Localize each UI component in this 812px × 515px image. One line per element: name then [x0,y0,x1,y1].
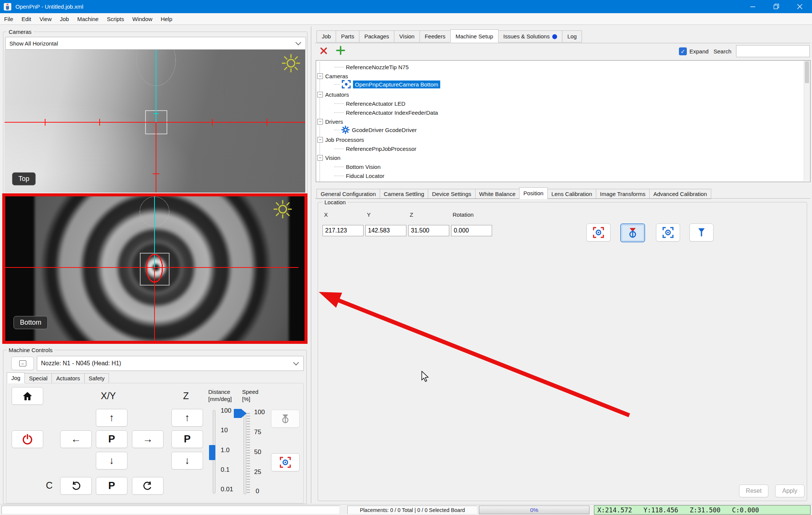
tab-feeders[interactable]: Feeders [420,30,451,43]
speed-slider-track[interactable] [244,412,246,494]
tree-scrollbar[interactable] [804,61,810,181]
camera-target-icon [280,457,291,468]
capture-camera-location-button[interactable] [586,223,611,242]
reset-button[interactable]: Reset [739,485,768,497]
tree-item-fiducal-locator[interactable]: Fiducal Locator [334,171,385,180]
delete-item-button[interactable] [318,45,329,56]
position-c-button[interactable]: P [96,477,127,495]
subtab-general-configuration[interactable]: General Configuration [317,189,380,199]
collapse-node-icon[interactable]: − [317,73,323,79]
tree-item-actuator-led[interactable]: ReferenceActuator LED [334,99,405,108]
location-z-input[interactable] [408,225,449,236]
arrow-right-icon: → [143,434,153,444]
nozzle-selector[interactable]: Nozzle: N1 - N045 (Head: H1) [37,356,304,371]
jog-c-cw-button[interactable] [132,477,164,495]
tree-item-vision[interactable]: −Vision [316,153,341,162]
menu-machine[interactable]: Machine [73,16,103,22]
collapse-node-icon[interactable]: − [317,92,323,97]
distance-slider-handle[interactable] [209,445,215,460]
subtab-advanced-calibration[interactable]: Advanced Calibration [649,189,711,199]
menu-window[interactable]: Window [128,16,156,22]
tree-item-actuator-indexfeeder[interactable]: ReferenceActuator IndexFeederData [334,108,438,117]
jog-z-minus-button[interactable]: ↓ [171,452,203,469]
expand-checkbox[interactable]: ✓ [679,47,687,55]
bottom-camera-view[interactable]: Bottom [2,193,308,344]
menu-job[interactable]: Job [56,16,73,22]
menu-help[interactable]: Help [156,16,176,22]
menu-scripts[interactable]: Scripts [103,16,128,22]
location-x-input[interactable] [323,225,364,236]
tab-log[interactable]: Log [562,30,582,43]
reset-button-label: Reset [746,488,762,494]
subtab-image-transforms[interactable]: Image Transforms [596,189,650,199]
tab-job[interactable]: Job [317,30,336,43]
home-button[interactable] [12,387,43,405]
apply-button[interactable]: Apply [775,485,804,497]
subtab-position[interactable]: Position [519,187,547,199]
menu-file[interactable]: File [0,16,17,22]
menu-view[interactable]: View [35,16,56,22]
tab-vision[interactable]: Vision [394,30,420,43]
tab-safety[interactable]: Safety [84,373,109,383]
main-tabs: Job Parts Packages Vision Feeders Machin… [317,29,582,43]
collapse-controls-button[interactable]: – [11,357,34,370]
panel-splitter[interactable] [311,26,311,503]
collapse-node-icon[interactable]: − [317,155,323,161]
tree-item-label: Vision [325,155,341,161]
tab-jog[interactable]: Jog [7,372,25,383]
tree-item-pnp-job-processor[interactable]: ReferencePnpJobProcessor [334,144,417,153]
close-button[interactable] [788,0,812,13]
tree-item-actuators[interactable]: −Actuators [316,90,349,99]
tree-item-nozzletip[interactable]: ReferenceNozzleTip N75 [334,62,409,71]
subtab-device-settings[interactable]: Device Settings [428,189,475,199]
jog-z-plus-button[interactable]: ↑ [171,409,203,427]
camera-view-selector[interactable]: Show All Horizontal [5,37,306,50]
subtab-camera-settling[interactable]: Camera Settling [380,189,429,199]
park-nozzle-button[interactable] [271,410,300,428]
jog-y-plus-button[interactable]: ↑ [96,409,127,427]
collapse-node-icon[interactable]: − [317,137,323,143]
tab-parts[interactable]: Parts [336,30,359,43]
position-nozzle-button[interactable] [689,223,714,242]
top-camera-view[interactable]: Top [5,50,305,193]
tree-item-gcodedriver[interactable]: GcodeDriver GcodeDriver [334,125,417,134]
location-rotation-input[interactable] [451,225,492,236]
tab-packages[interactable]: Packages [359,30,394,43]
brightness-sun-icon[interactable] [273,199,292,219]
collapse-node-icon[interactable]: − [317,119,323,125]
menu-edit[interactable]: Edit [17,16,35,22]
power-button[interactable] [12,430,43,448]
jog-x-plus-button[interactable]: → [132,430,164,448]
search-input[interactable] [736,45,810,57]
p-label: P [184,434,191,444]
tree-scrollbar-thumb[interactable] [805,61,809,83]
minimize-button[interactable] [741,0,765,13]
add-item-button[interactable] [335,44,347,56]
restore-button[interactable] [765,0,788,13]
distance-tick-10: 10 [221,427,228,434]
tree-item-capture-camera-bottom[interactable]: OpenPnpCaptureCamera Bottom [334,80,440,89]
tree-item-bottom-vision[interactable]: Bottom Vision [334,162,380,171]
tree-item-cameras[interactable]: −Cameras [316,71,348,81]
tab-machine-setup[interactable]: Machine Setup [450,29,498,43]
brightness-sun-icon[interactable] [281,53,301,73]
move-camera-here-button[interactable] [271,453,300,471]
x-field-label: X [324,211,328,218]
tab-row-divider [315,43,810,43]
position-xy-button[interactable]: P [96,430,127,448]
machine-setup-tree[interactable]: ReferenceNozzleTip N75 −Cameras OpenPnpC… [316,60,810,182]
capture-nozzle-location-button[interactable] [620,223,645,242]
subtab-white-balance[interactable]: White Balance [475,189,520,199]
tree-item-drivers[interactable]: −Drivers [316,117,343,126]
tab-special[interactable]: Special [24,373,52,383]
tab-actuators[interactable]: Actuators [52,373,84,383]
jog-y-minus-button[interactable]: ↓ [96,452,127,469]
location-y-input[interactable] [365,225,406,236]
tree-item-job-processors[interactable]: −Job Processors [316,135,364,144]
jog-x-minus-button[interactable]: ← [60,430,92,448]
position-z-button[interactable]: P [171,430,203,448]
tab-issues-solutions[interactable]: Issues & Solutions [498,30,562,43]
position-camera-button[interactable] [656,223,680,242]
jog-c-ccw-button[interactable] [60,477,92,495]
subtab-lens-calibration[interactable]: Lens Calibration [547,189,596,199]
